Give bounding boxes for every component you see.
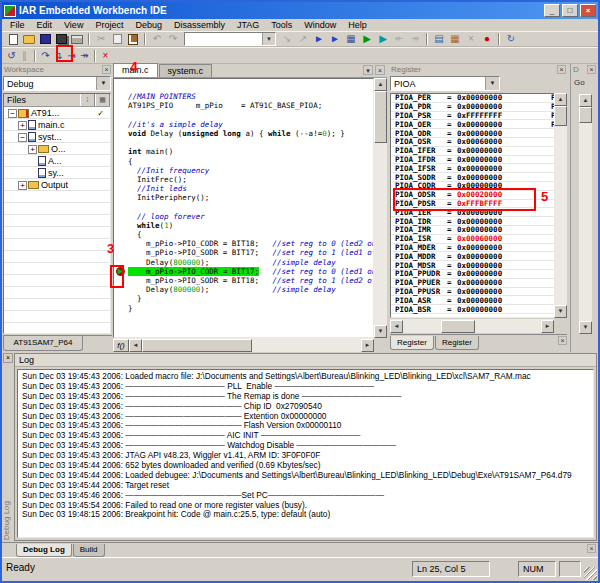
code-line[interactable]: m_pPio->PIO_CODR = BIT17; //set reg to 0… — [128, 267, 373, 276]
restart-debugger-button[interactable]: ↻ — [503, 32, 519, 47]
code-line[interactable]: m_pPio->PIO_CODR = BIT18; //set reg to 0… — [128, 239, 373, 248]
scroll-right-icon[interactable]: ► — [361, 339, 374, 352]
scroll-down-icon[interactable]: ▼ — [374, 325, 387, 338]
remove-button[interactable]: × — [463, 32, 479, 47]
code-line[interactable]: m_pPio->PIO_SODR = BIT18; //set reg to 1… — [128, 276, 373, 285]
step-over-button[interactable]: ↷ — [39, 49, 52, 63]
code-line[interactable]: } — [128, 304, 373, 313]
scroll-thumb[interactable] — [554, 106, 567, 126]
register-tab-2[interactable]: Register — [435, 336, 479, 350]
code-line[interactable]: InitPeriphery(); — [128, 193, 373, 202]
code-line[interactable]: //Init frequency — [128, 166, 373, 175]
chevron-down-icon[interactable]: ▼ — [485, 77, 499, 90]
collapse-icon[interactable]: − — [8, 109, 17, 118]
tree-item-o[interactable]: +O... — [4, 143, 110, 155]
code-line[interactable]: int main() — [128, 147, 373, 156]
scroll-thumb[interactable] — [374, 91, 387, 143]
navigate-forward-button[interactable]: ► — [311, 32, 327, 47]
tree-item-mainc[interactable]: +main.c — [4, 119, 110, 131]
debug-button[interactable]: ● — [479, 32, 495, 47]
scroll-up-icon[interactable]: ▲ — [554, 93, 567, 106]
save-all-button[interactable] — [53, 32, 69, 47]
log-tab-debug-log[interactable]: Debug Log — [16, 544, 72, 557]
code-line[interactable]: // loop forever — [128, 212, 373, 221]
next-error-button[interactable]: ↠ — [407, 32, 423, 47]
project-graph-button[interactable]: ▦ — [447, 32, 463, 47]
scroll-left-icon[interactable]: ◄ — [129, 339, 142, 352]
code-line[interactable] — [128, 83, 373, 92]
reset-button[interactable]: ↺ — [5, 49, 18, 63]
copy-button[interactable] — [109, 32, 125, 47]
code-line[interactable]: AT91PS_PIO m_pPio = AT91C_BASE_PIOA; — [128, 101, 373, 110]
code-line[interactable]: void Delay (unsigned long a) { while (--… — [128, 129, 373, 138]
run-to-cursor-button[interactable]: ↠ — [78, 49, 91, 63]
code-line[interactable] — [128, 138, 373, 147]
menu-help[interactable]: Help — [342, 20, 373, 30]
save-button[interactable] — [37, 32, 53, 47]
make-button[interactable]: ▶ — [359, 32, 375, 47]
expand-icon[interactable]: + — [28, 145, 37, 154]
menu-tools[interactable]: Tools — [265, 20, 298, 30]
menu-window[interactable]: Window — [298, 20, 342, 30]
code-line[interactable]: Delay(800000); //simple delay — [128, 258, 373, 267]
break-button[interactable]: ∥ — [18, 49, 31, 63]
register-group-select[interactable]: PIOA ▼ — [390, 76, 500, 91]
source-browser-button[interactable]: ▤ — [431, 32, 447, 47]
code-line[interactable]: Delay(800000); //simple delay — [128, 285, 373, 294]
log-body[interactable]: Sun Dec 03 19:45:43 2006: Loaded macro f… — [17, 369, 594, 538]
menu-jtag[interactable]: JTAG — [231, 20, 265, 30]
stop-build-button[interactable]: ↞ — [391, 32, 407, 47]
tree-item-output[interactable]: +Output — [4, 179, 110, 191]
code-line[interactable]: } — [128, 294, 373, 303]
code-line[interactable]: InitFrec(); — [128, 175, 373, 184]
chevron-down-icon[interactable]: ▼ — [96, 77, 110, 90]
close-log-tabs-icon[interactable]: × — [587, 544, 596, 553]
minimize-button[interactable]: _ — [544, 4, 560, 17]
tree-item-syst[interactable]: −syst... — [4, 131, 110, 143]
menu-project[interactable]: Project — [89, 20, 129, 30]
menu-view[interactable]: View — [58, 20, 89, 30]
function-list-button[interactable]: f() — [113, 339, 129, 352]
compile-button[interactable]: ▶ — [375, 32, 391, 47]
scroll-up-icon[interactable]: ▲ — [579, 94, 592, 107]
tree-item-a[interactable]: A... — [4, 155, 110, 167]
configuration-select[interactable]: Debug ▼ — [3, 76, 111, 91]
editor-vertical-scrollbar[interactable]: ▲ ▼ — [374, 78, 387, 338]
chevron-down-icon[interactable]: ▼ — [262, 33, 275, 45]
close-workspace-icon[interactable]: × — [102, 65, 111, 74]
menu-disassembly[interactable]: Disassembly — [168, 20, 231, 30]
close-button[interactable]: × — [580, 4, 596, 17]
close-document-icon[interactable]: × — [375, 65, 385, 75]
cut-button[interactable]: ✂ — [93, 32, 109, 47]
scroll-thumb[interactable] — [579, 107, 592, 123]
find-previous-button[interactable]: ↗ — [295, 32, 311, 47]
code-line[interactable]: //MAIN POINTERS — [128, 92, 373, 101]
code-line[interactable]: { — [128, 157, 373, 166]
paste-button[interactable] — [125, 32, 141, 47]
tree-item-at91[interactable]: −AT91...✓ — [4, 107, 110, 119]
scroll-down-icon[interactable]: ▼ — [579, 321, 592, 334]
code-line[interactable] — [128, 111, 373, 120]
scroll-thumb[interactable] — [142, 339, 252, 352]
menu-edit[interactable]: Edit — [31, 20, 59, 30]
maximize-button[interactable]: □ — [562, 4, 578, 17]
step-into-button[interactable]: ↴ — [52, 49, 65, 63]
close-register-tabs-icon[interactable]: × — [558, 336, 567, 345]
toolbar-combo[interactable]: ▼ — [184, 32, 276, 46]
editor-horizontal-scrollbar[interactable] — [142, 339, 361, 352]
collapse-icon[interactable]: − — [18, 133, 27, 142]
menu-file[interactable]: File — [4, 20, 31, 30]
register-row-pioa_bsr[interactable]: PIOA_BSR=0x00000000 — [391, 305, 566, 314]
scroll-thumb[interactable] — [441, 320, 475, 333]
go-button[interactable]: ⇥ — [65, 49, 78, 63]
undo-button[interactable]: ↶ — [149, 32, 165, 47]
scroll-down-icon[interactable]: ▼ — [554, 305, 567, 318]
scroll-right-icon[interactable]: ► — [541, 320, 554, 333]
column-options-icon[interactable]: ▦ — [95, 94, 110, 106]
stop-debugging-button[interactable]: × — [99, 49, 112, 63]
code-line[interactable]: //it's a simple delay — [128, 120, 373, 129]
open-windows-button[interactable]: ▦ — [343, 32, 359, 47]
code-editor[interactable]: //MAIN POINTERSAT91PS_PIO m_pPio = AT91C… — [113, 78, 374, 338]
scroll-left-icon[interactable]: ◄ — [390, 320, 403, 333]
tree-item-sy[interactable]: sy... — [4, 167, 110, 179]
